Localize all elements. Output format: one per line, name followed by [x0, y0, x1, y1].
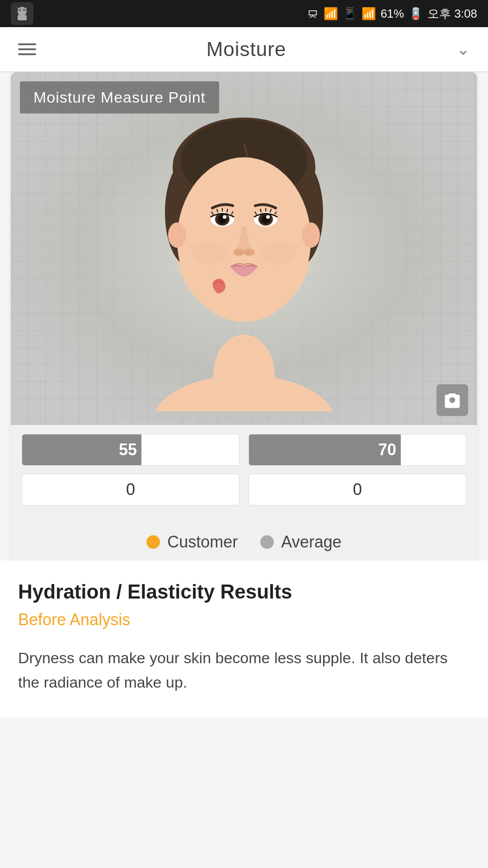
customer-legend-dot — [146, 535, 160, 549]
sim-icon: 📱 — [343, 7, 357, 21]
average-legend-item: Average — [260, 533, 341, 552]
meter-bar-row: 55 70 — [22, 434, 466, 466]
svg-point-35 — [192, 242, 228, 264]
top-nav: Moisture ⌄ — [0, 27, 488, 72]
svg-point-18 — [223, 215, 226, 219]
zero-values-row: 0 0 — [22, 474, 466, 505]
status-bar-icons: ⯳ 📶 📱 📶 61% 🪫 오후 3:08 — [307, 6, 477, 22]
customer-legend-item: Customer — [146, 533, 238, 552]
face-illustration — [140, 86, 348, 411]
status-bar: ⯳ 📶 📱 📶 61% 🪫 오후 3:08 — [0, 0, 488, 27]
right-zero-box: 0 — [249, 474, 466, 505]
svg-point-38 — [302, 222, 320, 248]
right-meter: 70 — [249, 434, 466, 466]
battery-icon: 🪫 — [408, 7, 423, 21]
chevron-down-icon[interactable]: ⌄ — [456, 40, 470, 59]
svg-point-36 — [260, 242, 296, 264]
main-card: Moisture Measure Point — [11, 72, 477, 561]
results-description: Dryness can make your skin become less s… — [18, 646, 470, 695]
svg-point-37 — [168, 222, 186, 248]
page-title: Moisture — [206, 38, 286, 61]
legend-section: Customer Average — [11, 519, 477, 561]
svg-rect-6 — [18, 15, 27, 20]
left-meter-value: 55 — [119, 440, 137, 459]
svg-point-8 — [154, 375, 334, 411]
camera-button[interactable] — [436, 384, 468, 416]
right-zero-value: 0 — [353, 480, 362, 499]
left-meter-fill: 55 — [22, 434, 141, 465]
camera-icon-svg — [442, 390, 462, 410]
face-svg-container — [11, 72, 477, 425]
average-legend-label: Average — [281, 533, 341, 552]
face-illustration-area: Moisture Measure Point — [11, 72, 477, 425]
time-display: 오후 3:08 — [427, 6, 477, 22]
results-subtitle: Before Analysis — [18, 610, 470, 629]
hamburger-menu-button[interactable] — [18, 43, 36, 55]
left-zero-value: 0 — [126, 480, 135, 499]
signal-icon: 📶 — [361, 7, 376, 21]
left-zero-box: 0 — [22, 474, 239, 505]
face-area-label: Moisture Measure Point — [20, 81, 219, 113]
svg-point-33 — [233, 249, 244, 256]
left-meter: 55 — [22, 434, 239, 466]
app-icon — [11, 2, 33, 25]
svg-point-1 — [18, 7, 27, 16]
results-title: Hydration / Elasticity Results — [18, 580, 470, 603]
bluetooth-icon: ⯳ — [307, 7, 319, 21]
measurements-section: 55 70 0 0 — [11, 425, 477, 519]
right-meter-value: 70 — [378, 440, 396, 459]
battery-percent: 61% — [380, 7, 404, 21]
results-section: Hydration / Elasticity Results Before An… — [0, 561, 488, 717]
status-bar-left — [11, 2, 33, 25]
svg-point-34 — [244, 249, 255, 256]
right-meter-fill: 70 — [249, 434, 401, 465]
svg-point-27 — [266, 215, 270, 219]
wifi-icon: 📶 — [324, 7, 338, 21]
customer-legend-label: Customer — [167, 533, 238, 552]
average-legend-dot — [260, 535, 274, 549]
